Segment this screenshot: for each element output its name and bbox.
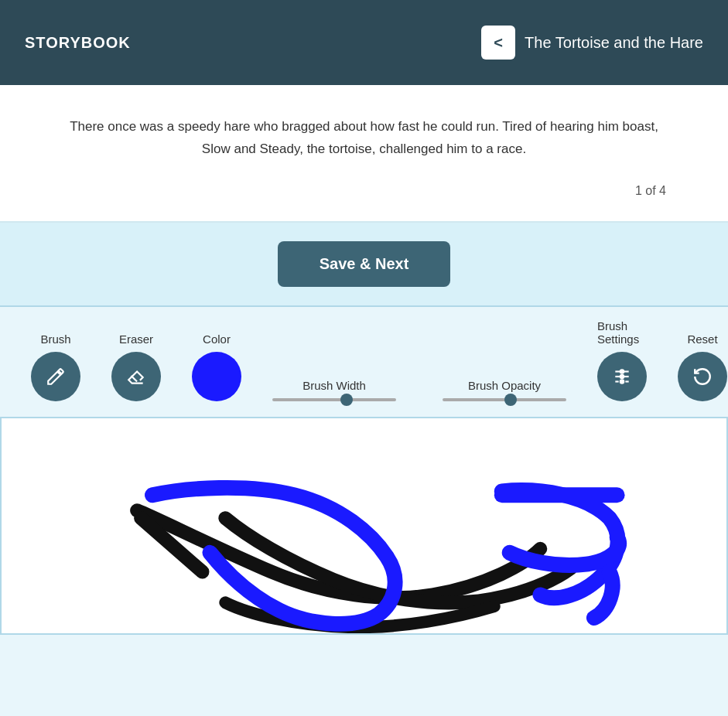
brush-icon <box>46 367 66 387</box>
brush-opacity-group: Brush Opacity <box>443 379 566 401</box>
svg-point-5 <box>620 375 624 378</box>
brush-settings-tool-group: Brush Settings <box>597 319 647 401</box>
brush-opacity-track[interactable] <box>443 398 566 401</box>
header-nav: < The Tortoise and the Hare <box>481 26 703 60</box>
app-header: STORYBOOK < The Tortoise and the Hare <box>0 0 728 85</box>
settings-group: Brush Width Brush Opacity Brush Settings <box>272 319 727 401</box>
color-tool-group: Color <box>192 332 241 401</box>
app-title: STORYBOOK <box>25 34 131 52</box>
back-button[interactable]: < <box>481 26 515 60</box>
brush-width-thumb[interactable] <box>340 394 353 406</box>
settings-icon <box>612 367 632 387</box>
eraser-label: Eraser <box>119 332 153 346</box>
reset-button[interactable] <box>678 352 727 401</box>
brush-tool-group: Brush <box>31 332 80 401</box>
brush-settings-label: Brush Settings <box>597 319 647 346</box>
brush-opacity-label: Brush Opacity <box>468 379 541 392</box>
brush-width-group: Brush Width <box>272 379 396 401</box>
page-indicator: 1 of 4 <box>62 184 666 198</box>
brush-settings-button[interactable] <box>597 352 647 401</box>
color-label: Color <box>203 332 231 346</box>
reset-label: Reset <box>687 332 717 346</box>
brush-width-label: Brush Width <box>302 379 366 392</box>
story-section: There once was a speedy hare who bragged… <box>0 85 728 223</box>
eraser-button[interactable] <box>111 352 161 401</box>
reset-icon <box>692 367 713 387</box>
brush-width-track[interactable] <box>272 398 396 401</box>
sliders-row: Brush Width Brush Opacity <box>272 379 566 401</box>
canvas-svg <box>2 418 726 633</box>
eraser-icon <box>126 367 146 387</box>
eraser-tool-group: Eraser <box>111 332 161 401</box>
story-text: There once was a speedy hare who bragged… <box>63 116 666 161</box>
color-button[interactable] <box>192 352 241 401</box>
svg-point-6 <box>620 370 624 373</box>
reset-tool-group: Reset <box>678 332 727 401</box>
brush-opacity-thumb[interactable] <box>504 394 517 406</box>
drawing-toolbar: Brush Eraser Color Brush Width <box>0 305 728 418</box>
save-next-area: Save & Next <box>0 223 728 305</box>
save-next-button[interactable]: Save & Next <box>278 241 451 287</box>
canvas-area[interactable] <box>0 418 728 635</box>
brush-button[interactable] <box>31 352 80 401</box>
brush-label: Brush <box>40 332 70 346</box>
story-title: The Tortoise and the Hare <box>525 34 703 52</box>
svg-point-7 <box>620 380 624 383</box>
